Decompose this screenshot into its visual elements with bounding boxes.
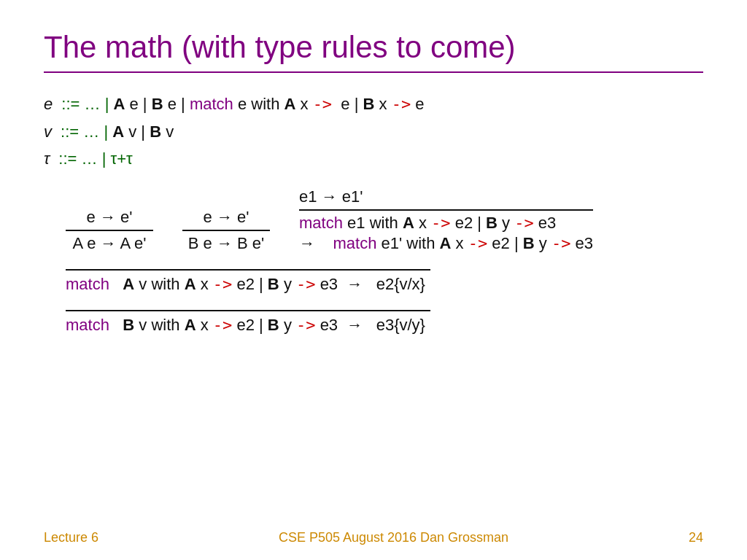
- rules-section: e → e' A e → A e' e → e' B e → B e' e1 →…: [44, 187, 703, 335]
- reduction-rule-2-wrapper: match B v with A x -> e2 | B y -> e3 → e…: [66, 310, 703, 335]
- red2-text4: e2 |: [236, 316, 267, 334]
- grammar-e-text3: e with: [233, 90, 285, 117]
- match-text-4: y: [502, 214, 514, 232]
- grammar-label-tau: τ: [44, 145, 50, 172]
- grammar-tau-def: ::= … | τ+τ: [54, 145, 132, 172]
- rule-match-den1: match e1 with A x -> e2 | B y -> e3: [299, 214, 556, 233]
- grammar-e-arrow1: ->: [313, 90, 333, 117]
- red1-match: match: [66, 275, 109, 293]
- grammar-e-text5: e |: [332, 90, 363, 117]
- match-text-5: e3: [538, 214, 556, 232]
- red2-text3: x: [201, 316, 209, 334]
- red1-A2: A: [185, 275, 196, 293]
- match-A-3: A: [403, 214, 414, 232]
- rule-match-line: [299, 209, 593, 211]
- grammar-e-text1: e |: [125, 90, 151, 117]
- grammar-line-e: e ::= … | A e | B e | match e with A x -…: [44, 90, 703, 117]
- rule-A-line: [66, 230, 153, 231]
- rule-match-den2: → match e1' with A x -> e2 | B y -> e3: [299, 233, 593, 253]
- red2-text5: y: [284, 316, 296, 334]
- grammar-e-text6: x: [374, 90, 391, 117]
- rule-A-num: e → e': [87, 208, 133, 230]
- red1-arrow2: ->: [296, 275, 316, 293]
- rule-A-den: A e → A e': [73, 234, 147, 253]
- red2-arrow2: ->: [296, 316, 316, 334]
- red1-text3: x: [201, 275, 209, 293]
- grammar-block: e ::= … | A e | B e | match e with A x -…: [44, 90, 703, 172]
- match-text-1: e1 with: [347, 214, 403, 232]
- red1-text4: e2 |: [236, 275, 267, 293]
- footer-left: Lecture 6: [44, 530, 98, 545]
- grammar-v-text1: v |: [124, 118, 150, 145]
- match-arrow-6: ->: [551, 234, 571, 252]
- grammar-e-A: A: [114, 90, 125, 117]
- grammar-e-text2: e |: [163, 90, 190, 117]
- grammar-label-v: v: [44, 118, 52, 145]
- red1-text5: y: [284, 275, 296, 293]
- match-arrow-4: ->: [514, 214, 534, 232]
- title-divider: [44, 71, 703, 73]
- red1-arrow1: ->: [213, 275, 233, 293]
- grammar-e-text7: e: [411, 90, 424, 117]
- red2-B: B: [123, 316, 134, 334]
- match-arrow-result: →: [299, 234, 328, 252]
- red2-text2: v with: [139, 316, 184, 334]
- grammar-v-def-start: ::= … |: [56, 118, 112, 145]
- match-text-3: e2 |: [455, 214, 481, 232]
- red1-text1: [114, 275, 118, 293]
- red2-text1: [114, 316, 118, 334]
- grammar-e-match: match: [190, 90, 233, 117]
- grammar-e-arrow2: ->: [392, 90, 411, 117]
- red2-A: A: [185, 316, 196, 334]
- reduction-1-den: match A v with A x -> e2 | B y -> e3 → e…: [66, 275, 703, 294]
- grammar-label-e: e: [44, 90, 53, 117]
- rules-row-top: e → e' A e → A e' e → e' B e → B e' e1 →…: [66, 187, 703, 253]
- grammar-e-B2: B: [363, 90, 375, 117]
- slide-title: The math (with type rules to come): [44, 29, 703, 66]
- grammar-e-B: B: [152, 90, 163, 117]
- reduction-2-den: match B v with A x -> e2 | B y -> e3 → e…: [66, 316, 703, 335]
- match-arrow-3: ->: [431, 214, 451, 232]
- slide: The math (with type rules to come) e ::=…: [0, 0, 747, 560]
- match-B-3: B: [486, 214, 498, 232]
- grammar-line-tau: τ ::= … | τ+τ: [44, 145, 703, 172]
- rule-A: e → e' A e → A e': [66, 208, 153, 253]
- reduction-2-line: [66, 310, 430, 311]
- red2-B2: B: [268, 316, 279, 334]
- grammar-e-def-start: ::= … |: [57, 90, 113, 117]
- rule-B: e → e' B e → B e': [182, 208, 270, 253]
- match-A-4: A: [440, 234, 452, 252]
- match-keyword-1: match: [299, 214, 343, 232]
- reduction-1-line: [66, 269, 430, 271]
- red1-B: B: [268, 275, 279, 293]
- match-text-2: x: [419, 214, 427, 232]
- grammar-e-A2: A: [285, 90, 296, 117]
- match-keyword-2: match: [333, 234, 376, 252]
- red1-text6: e3 → e2{v/x}: [320, 275, 425, 293]
- rule-match-num: e1 → e1': [299, 187, 363, 209]
- footer-right: 24: [689, 530, 703, 545]
- grammar-v-A: A: [112, 118, 124, 145]
- red1-A: A: [123, 275, 134, 293]
- footer-center: CSE P505 August 2016 Dan Grossman: [279, 530, 508, 545]
- rule-B-line: [182, 230, 270, 231]
- grammar-line-v: v ::= … | A v | B v: [44, 118, 703, 145]
- rule-B-num: e → e': [204, 208, 249, 230]
- match-text-6: e1' with: [382, 234, 440, 252]
- match-text-10: e3: [576, 234, 593, 252]
- rule-B-den: B e → B e': [188, 234, 264, 253]
- match-B-4: B: [523, 234, 535, 252]
- match-text-7: x: [456, 234, 464, 252]
- red2-text6: e3 → e3{v/y}: [320, 316, 425, 334]
- red1-text2: v with: [139, 275, 184, 293]
- footer: Lecture 6 CSE P505 August 2016 Dan Gross…: [44, 530, 703, 545]
- grammar-e-text4: x: [295, 90, 312, 117]
- match-text-8: e2 |: [492, 234, 518, 252]
- grammar-v-B: B: [150, 118, 161, 145]
- match-arrow-5: ->: [468, 234, 488, 252]
- rule-match-step: e1 → e1' match e1 with A x -> e2 | B y -…: [299, 187, 593, 253]
- red2-arrow1: ->: [213, 316, 233, 334]
- reduction-rule-1-wrapper: match A v with A x -> e2 | B y -> e3 → e…: [66, 269, 703, 294]
- grammar-v-text2: v: [161, 118, 174, 145]
- red2-match: match: [66, 316, 109, 334]
